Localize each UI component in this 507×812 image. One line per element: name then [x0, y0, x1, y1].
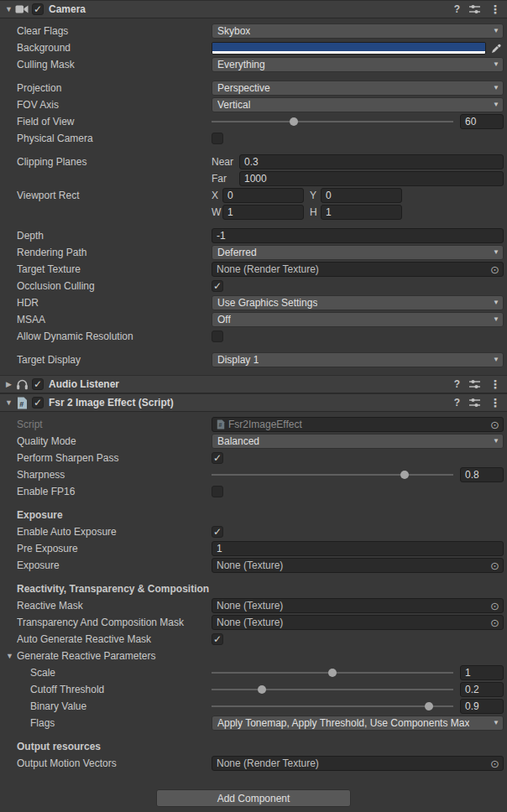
eyedropper-icon[interactable]: [489, 41, 504, 55]
slider-knob[interactable]: [290, 117, 298, 126]
audio-listener-enabled-checkbox[interactable]: ✓: [32, 378, 44, 390]
row-binary-value: Binary Value 0.9: [0, 698, 507, 715]
help-icon[interactable]: ?: [454, 397, 460, 409]
row-depth: Depth -1: [0, 227, 507, 244]
generate-reactive-parameters-foldout-icon[interactable]: ▼: [6, 652, 13, 660]
spacer: [0, 731, 507, 738]
row-enable-auto-exposure: Enable Auto Exposure ✓: [0, 523, 507, 540]
far-clip-value: 1000: [244, 173, 267, 185]
viewport-y-input[interactable]: 0: [321, 188, 402, 203]
pre-exposure-input[interactable]: 1: [212, 541, 504, 556]
target-texture-field[interactable]: None (Render Texture) ⊙: [212, 262, 504, 277]
field-of-view-slider[interactable]: [212, 114, 453, 129]
slider-knob[interactable]: [328, 669, 337, 677]
msaa-dropdown[interactable]: Off ▼: [212, 312, 504, 327]
target-display-dropdown[interactable]: Display 1 ▼: [212, 352, 504, 367]
culling-mask-dropdown[interactable]: Everything ▼: [212, 57, 504, 72]
fsr2-enabled-checkbox[interactable]: ✓: [32, 397, 44, 409]
viewport-x-value: 0: [227, 190, 233, 201]
near-clip-input[interactable]: 0.3: [239, 154, 504, 169]
viewport-h-input[interactable]: 1: [321, 205, 402, 220]
binary-value-input[interactable]: 0.9: [460, 699, 504, 714]
fov-axis-dropdown[interactable]: Vertical ▼: [212, 97, 504, 112]
object-picker-icon[interactable]: ⊙: [489, 600, 501, 612]
help-icon[interactable]: ?: [454, 3, 460, 15]
reactive-mask-field[interactable]: None (Texture) ⊙: [212, 598, 504, 613]
chevron-down-icon: ▼: [493, 101, 499, 109]
help-icon[interactable]: ?: [454, 378, 460, 390]
camera-enabled-checkbox[interactable]: ✓: [32, 3, 44, 15]
perform-sharpen-pass-checkbox[interactable]: ✓: [212, 452, 223, 464]
check-icon: ✓: [213, 525, 222, 539]
add-component-button[interactable]: Add Component: [156, 789, 351, 807]
depth-input[interactable]: -1: [212, 228, 504, 243]
enable-auto-exposure-checkbox[interactable]: ✓: [212, 526, 223, 538]
object-picker-icon[interactable]: ⊙: [489, 757, 501, 770]
binary-value-slider[interactable]: [212, 699, 453, 714]
cutoff-threshold-slider[interactable]: [212, 682, 453, 697]
preset-icon[interactable]: [469, 398, 480, 408]
auto-generate-reactive-mask-checkbox[interactable]: ✓: [212, 633, 223, 645]
row-rendering-path: Rendering Path Deferred ▼: [0, 244, 507, 261]
row-sharpness: Sharpness 0.8: [0, 466, 507, 483]
viewport-x-input[interactable]: 0: [222, 188, 304, 203]
row-scale: Scale 1: [0, 664, 507, 681]
output-motion-vectors-field[interactable]: None (Render Texture) ⊙: [212, 756, 504, 771]
clear-flags-dropdown[interactable]: Skybox ▼: [212, 23, 504, 39]
slider-knob[interactable]: [258, 685, 266, 694]
preset-icon[interactable]: [469, 4, 480, 14]
spacer: [0, 147, 507, 154]
exposure-field[interactable]: None (Texture) ⊙: [212, 558, 504, 573]
audio-listener-component-header[interactable]: ▶ ✓ Audio Listener ? ⋮: [0, 375, 507, 393]
quality-mode-dropdown[interactable]: Balanced ▼: [212, 434, 504, 449]
flags-value: Apply Tonemap, Apply Threshold, Use Comp…: [217, 717, 469, 729]
viewport-w-input[interactable]: 1: [222, 205, 304, 220]
object-picker-icon[interactable]: ⊙: [489, 617, 501, 629]
scale-slider[interactable]: [212, 665, 453, 680]
sharpness-slider[interactable]: [212, 467, 453, 482]
occlusion-culling-checkbox[interactable]: ✓: [212, 280, 223, 292]
field-of-view-input[interactable]: 60: [460, 114, 504, 129]
script-label: Script: [17, 419, 212, 430]
object-picker-icon[interactable]: ⊙: [489, 263, 501, 276]
projection-dropdown[interactable]: Perspective ▼: [212, 81, 504, 96]
flags-dropdown[interactable]: Apply Tonemap, Apply Threshold, Use Comp…: [212, 716, 504, 731]
fsr2-foldout-icon[interactable]: ▼: [3, 398, 14, 407]
camera-foldout-icon[interactable]: ▼: [3, 5, 14, 13]
hdr-dropdown[interactable]: Use Graphics Settings ▼: [212, 295, 504, 310]
enable-fp16-checkbox[interactable]: [212, 486, 223, 497]
camera-component-header[interactable]: ▼ ✓ Camera ? ⋮: [0, 0, 507, 18]
chevron-down-icon: ▼: [493, 299, 499, 307]
kebab-menu-icon[interactable]: ⋮: [489, 3, 501, 16]
script-object-field: # Fsr2ImageEffect ⊙: [212, 417, 504, 432]
preset-icon[interactable]: [469, 379, 480, 389]
hdr-value: Use Graphics Settings: [217, 297, 317, 309]
kebab-menu-icon[interactable]: ⋮: [489, 377, 501, 391]
scale-input[interactable]: 1: [460, 665, 504, 680]
msaa-label: MSAA: [17, 314, 212, 325]
output-motion-vectors-label: Output Motion Vectors: [17, 757, 212, 769]
spacer: [0, 345, 507, 351]
row-script: Script # Fsr2ImageEffect ⊙: [0, 416, 507, 433]
audio-listener-foldout-icon[interactable]: ▶: [3, 380, 14, 388]
kebab-menu-icon[interactable]: ⋮: [489, 396, 501, 409]
sharpness-input[interactable]: 0.8: [460, 467, 504, 482]
background-color-field[interactable]: [212, 42, 486, 55]
fsr2-component-header[interactable]: ▼ # ✓ Fsr 2 Image Effect (Script) ? ⋮: [0, 393, 507, 412]
physical-camera-checkbox[interactable]: [212, 133, 223, 144]
fov-axis-value: Vertical: [217, 99, 250, 111]
audio-listener-title: Audio Listener: [49, 378, 119, 390]
transparency-mask-field[interactable]: None (Texture) ⊙: [212, 615, 504, 630]
object-picker-icon[interactable]: ⊙: [489, 560, 501, 572]
row-allow-dynamic-resolution: Allow Dynamic Resolution: [0, 328, 507, 345]
viewport-y-label: Y: [310, 190, 321, 201]
row-msaa: MSAA Off ▼: [0, 311, 507, 328]
row-exposure: Exposure None (Texture) ⊙: [0, 557, 507, 574]
far-clip-input[interactable]: 1000: [239, 171, 504, 186]
rendering-path-dropdown[interactable]: Deferred ▼: [212, 245, 504, 260]
slider-knob[interactable]: [425, 702, 433, 710]
slider-knob[interactable]: [400, 471, 409, 479]
row-target-texture: Target Texture None (Render Texture) ⊙: [0, 261, 507, 278]
cutoff-threshold-input[interactable]: 0.2: [460, 682, 504, 697]
allow-dynamic-resolution-checkbox[interactable]: [212, 331, 223, 342]
